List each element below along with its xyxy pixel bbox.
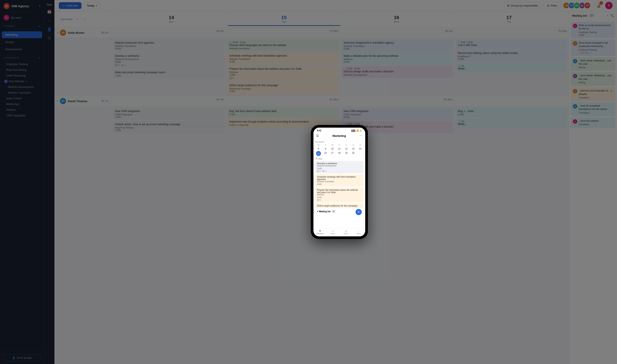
waiting-list-item[interactable]: S ...heck the website Translation [571,117,615,128]
sidebar-item-blog-post-writing[interactable]: Blog Post Writing [0,67,44,73]
mobile-date-12[interactable]: 12 [343,147,350,151]
task-card[interactable]: 🕙 10:00 - 10:45 Discuss what languages w… [227,39,339,52]
task-card[interactable]: Bug: the form doesn't have address field… [227,108,339,117]
group-by-button[interactable]: ⊞ Group by responsible [504,2,541,9]
waiting-list-item[interactable]: D Send email campaign to all employees i… [571,39,615,56]
gear-icon-btn[interactable]: ⚙ [45,34,53,42]
task-card[interactable]: 🕑 13:00 - 14:30 Discuss design drafts an… [342,66,453,78]
mobile-date-14[interactable]: 14 [357,147,363,151]
next-week-button[interactable]: › [82,16,88,22]
task-project: Website Development [115,58,222,61]
sidebar-item-development[interactable]: Development [2,46,42,53]
waiting-list-item[interactable]: D ...load all completed translations int… [571,102,615,116]
mobile-date-11[interactable]: 11 [336,147,343,151]
collapse-sofia-button[interactable]: ▾ [57,32,58,34]
mobile-date-8[interactable]: 8 [315,147,322,151]
mt-time: 2:00h [317,196,362,198]
task-card[interactable]: Define target audiences for this campaig… [227,82,339,94]
calendar-icon-btn[interactable]: 📅 [45,8,53,15]
task-card[interactable]: Prepare the information about the webina… [227,65,339,81]
person-icon-btn[interactable]: 👤 [45,25,53,33]
mobile-nav-schedule[interactable]: 📅 Schedule [314,229,326,235]
mobile-date-13[interactable]: 13 [350,147,357,151]
sidebar-item-mobile-app[interactable]: Mobile App [0,101,44,107]
mobile-more-icon[interactable]: ⋯ [359,134,363,138]
notifications-button[interactable]: 🔔 6 [595,2,603,9]
task-card[interactable]: Make last email marketing campaign repor… [113,69,224,79]
waiting-list-item[interactable]: A ...heck article: Marketing ...nds this… [571,72,615,86]
mobile-date-19[interactable]: 19 [343,151,350,156]
projects-section-label[interactable]: ▾ Projects [3,57,20,59]
mobile-day-w: W [329,144,336,146]
mobile-date-10[interactable]: 10 [329,147,336,151]
sidebar-item-new-website[interactable]: New Website ▾ [0,78,44,84]
task-card[interactable]: Request proposals form agencies Website … [113,39,224,52]
mobile-task-4[interactable]: Define target audiences for this campaig… [315,203,363,208]
sidebar-item-website-translation[interactable]: Website Translation [0,90,44,96]
filter-button[interactable]: ⊟ Filter [544,2,560,9]
add-waiting-button[interactable]: + [607,14,608,17]
task-card[interactable]: 🕓 16... Week... [456,63,567,72]
sidebar-item-design[interactable]: Design [2,39,42,45]
mobile-date-9[interactable]: 9 [322,147,329,151]
task-card[interactable]: Bug: l... mobi... 1:00h [456,108,567,117]
check-icon-btn[interactable]: ✓ [45,16,53,24]
sidebar-item-crm-integration[interactable]: CRM Integration [0,113,44,118]
task-card[interactable]: Develop a wireframe Website Development … [113,53,224,68]
waiting-list-item[interactable]: D ...plement new language on ...e websit… [571,87,615,101]
mobile-date-16[interactable]: 16 [322,151,329,156]
company-header[interactable]: G GIM Agency ▾ [0,0,44,13]
mobile-task-1[interactable]: Develop a wireframe Website Development … [315,161,363,173]
sidebar-item-video-recording[interactable]: Video Recording [0,73,44,78]
task-card[interactable]: Record new training videos using the wri… [456,50,567,62]
user-menu-button[interactable]: S [605,2,613,9]
task-card[interactable]: New CRM integration CRM Integration 6:00… [113,108,224,120]
sidebar-item-website-development[interactable]: Website Development [0,84,44,90]
wc-avatar: D [573,89,577,93]
sofia-thu-cell: 🕘 9:00 - 10:00 1-to-1 with Sofia Record … [454,38,569,96]
add-new-button[interactable]: + + Add new [59,2,82,9]
sofia-header-cell: ▾ SB Sofia Brown 8h 0m [55,27,111,38]
mobile-date-17[interactable]: 17 [329,151,336,156]
mobile-date-18[interactable]: 18 [336,151,343,156]
task-card[interactable]: Publish article: How to set up email mar… [113,121,224,133]
task-card[interactable]: 🕘 9:00 - 10:00 1-to-1 with Sofia [456,39,567,49]
task-card[interactable]: Make a detailed plan for the upcoming we… [342,53,453,65]
task-card[interactable]: Send test assignment to translation agen… [342,39,453,52]
invite-people-button[interactable]: 👤 Invite people [3,354,40,361]
mobile-date-15-today[interactable]: 15 [316,151,321,156]
my-work-item[interactable]: S My work [0,13,44,23]
sidebar-item-marketing[interactable]: Marketing [2,31,42,38]
sidebar-item-webinar[interactable]: Webinar [0,107,44,113]
task-title: 1-to-1 with Sofia [458,44,565,47]
sidebar-item-sales-funnel[interactable]: Sales Funnel [0,96,44,101]
waiting-list-header: Waiting list 27 + 🔍 [569,11,617,20]
task-time-label: 🕓 16... [458,120,565,123]
sidebar-item-employee-training[interactable]: Employee Training [0,61,44,67]
mobile-nav-notes[interactable]: 📝 Notes [339,229,352,235]
mobile-menu-icon[interactable]: ☰ [316,134,319,138]
teams-section-label[interactable]: ▾ Teams [3,25,15,28]
add-team-button[interactable]: + [38,24,40,28]
waiting-list-item[interactable]: D ...blish article: Marketing ...nds thi… [571,57,615,71]
avatar-5[interactable]: JR [584,2,591,9]
david-mon-hours: 8h 7m [111,96,226,106]
add-project-button[interactable]: + [38,56,40,60]
mobile-task-2[interactable]: Schedule meetings with best translation … [315,174,363,187]
task-card[interactable]: Schedule meetings with best translation … [227,52,339,65]
prev-week-button[interactable]: ‹ [74,16,80,22]
mobile-task-3[interactable]: Prepare the information about the webina… [315,187,363,202]
mobile-nav-more[interactable]: ⋯ More [352,229,365,235]
task-title: Develop a wireframe [115,54,222,57]
collapse-david-button[interactable]: ▾ [57,100,58,102]
task-title: Make last email marketing campaign repor… [115,71,222,74]
today-button[interactable]: Today ▾ [84,2,100,9]
task-card[interactable]: 🕓 16... Week... [456,118,567,128]
search-waiting-button[interactable]: 🔍 [610,14,614,17]
mobile-fab-button[interactable]: + [356,209,362,215]
task-card[interactable]: New CRM integration CRM Integration 5:00… [342,108,453,120]
waiting-list-item[interactable]: S Write an email announcement for the ne… [571,22,615,38]
mobile-date-20[interactable]: 20 [350,151,357,156]
mobile-nav-tasks[interactable]: ☑ Tasks [326,229,339,235]
task-time-label: 🕓 16... [458,65,565,67]
